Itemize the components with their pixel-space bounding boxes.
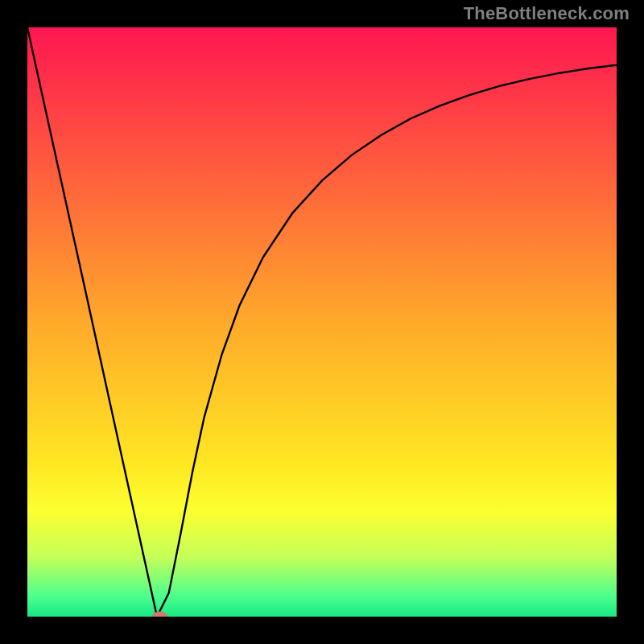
plot-area xyxy=(27,27,617,617)
attribution-link[interactable]: TheBottleneck.com xyxy=(464,3,630,24)
chart-frame: TheBottleneck.com xyxy=(0,0,644,644)
gradient-background xyxy=(27,27,617,617)
